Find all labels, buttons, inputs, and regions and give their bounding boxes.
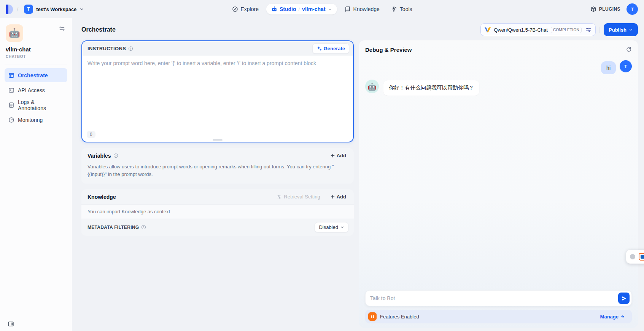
header-divider [599,27,600,33]
book-icon [345,6,351,12]
plus-icon [330,153,335,158]
metadata-filtering-value: Disabled [319,224,338,230]
robot-icon [271,6,277,12]
bot-avatar: 🤖 [365,80,379,93]
manage-label: Manage [600,314,619,320]
manage-features-button[interactable]: Manage [598,313,627,320]
orchestrate-config-column: INSTRUCTIONS ? Generate [81,40,354,331]
knowledge-description: You can import Knowledge as context [81,204,354,219]
hammer-icon [391,6,397,12]
user-message-bubble: hi [601,61,616,74]
main-nav: Explore Studio / vllm-chat Knowledge Too… [228,0,416,18]
sliders-icon [277,194,282,200]
send-button[interactable] [618,293,630,304]
publish-label: Publish [609,27,627,33]
sidebar-collapse-icon[interactable] [7,320,15,328]
sparkles-icon [316,46,322,51]
app-icon[interactable]: 🤖 [6,24,23,42]
generate-label: Generate [324,46,345,51]
model-parameters-icon[interactable] [585,26,592,34]
sidebar-item-label: API Access [18,87,45,93]
drag-dot-icon [630,254,635,259]
instructions-input[interactable] [82,56,353,131]
vllm-logo-icon [485,27,491,32]
help-icon: ? [141,225,146,230]
nav-studio-active[interactable]: Studio / vllm-chat [266,4,337,14]
add-knowledge-label: Add [337,194,346,200]
edge-floating-widget[interactable] [626,250,644,264]
model-mode-badge: COMPLETION [551,27,582,33]
features-bar: Features Enabled Manage [365,310,632,323]
instructions-panel: INSTRUCTIONS ? Generate [81,40,354,142]
retrieval-setting-button[interactable]: Retrieval Setting [277,194,320,200]
add-variable-button[interactable]: Add [328,152,348,159]
workspace-name: test's Workspace [36,6,76,12]
nav-knowledge[interactable]: Knowledge [341,4,383,14]
chevron-down-icon [629,28,633,32]
restart-conversation-icon[interactable] [625,46,633,53]
help-icon: ? [128,46,133,51]
variables-description: Variables allow users to introduce promp… [81,163,354,184]
add-knowledge-button[interactable]: Add [328,193,348,200]
sidebar-item-label: Orchestrate [18,72,48,78]
workspace-switcher[interactable]: T test's Workspace [22,3,86,15]
model-selector[interactable]: Qwen/Qwen1.5-7B-Chat COMPLETION [480,23,596,36]
user-avatar: T [620,60,632,72]
sidebar-item-monitoring[interactable]: Monitoring [5,113,67,127]
generate-button[interactable]: Generate [312,43,349,54]
variables-title: Variables [87,153,111,159]
chevron-down-icon [80,7,84,11]
nav-tools-label: Tools [400,6,412,12]
plugins-button[interactable]: PLUGINS [590,6,620,12]
app-settings-icon[interactable] [58,24,66,33]
app-sidebar: 🤖 vllm-chat CHATBOT Orchestrate API Acce… [0,18,72,331]
breadcrumb-separator: / [17,6,18,13]
app-name: vllm-chat [6,46,66,53]
knowledge-panel: Knowledge Retrieval Setting [81,189,354,236]
arrow-right-icon [620,314,625,319]
nav-tools[interactable]: Tools [387,4,416,14]
debug-preview-panel: Debug & Preview hi T 🤖 你好！有什么问题我可以帮助你吗？ [359,40,638,328]
nav-separator: / [298,6,300,12]
nav-studio-label: Studio [280,6,296,12]
gauge-icon [8,117,14,123]
chevron-down-icon[interactable] [328,7,332,11]
sidebar-item-orchestrate[interactable]: Orchestrate [5,68,67,82]
svg-text:?: ? [130,47,131,50]
workspace-avatar: T [24,5,33,14]
plus-icon [330,194,335,199]
chat-message-assistant: 🤖 你好！有什么问题我可以帮助你吗？ [365,80,632,96]
features-icon [368,312,377,321]
sidebar-item-label: Logs & Annotations [18,99,64,111]
chevron-down-icon [340,225,344,229]
variables-panel: Variables ? Add Variables allow u [81,148,354,184]
orchestrate-icon [8,72,14,78]
document-icon [8,102,14,108]
top-navbar: / T test's Workspace Explore Studio / vl… [0,0,644,18]
help-icon: ? [113,153,118,158]
dify-logo[interactable] [5,5,13,14]
app-type-badge: CHATBOT [6,54,66,59]
send-icon [621,296,627,301]
nav-knowledge-label: Knowledge [353,6,380,12]
box-icon [590,6,596,12]
nav-explore-label: Explore [240,6,258,12]
metadata-filtering-select[interactable]: Disabled [315,222,348,232]
nav-explore[interactable]: Explore [228,4,262,14]
svg-text:?: ? [143,226,145,229]
sidebar-item-label: Monitoring [18,117,43,123]
publish-button[interactable]: Publish [604,23,638,36]
resize-handle[interactable] [213,139,223,141]
main-area: Orchestrate Qwen/Qwen1.5-7B-Chat COMPLET… [72,18,644,331]
add-variable-label: Add [337,153,346,158]
knowledge-title: Knowledge [87,194,116,200]
bot-message-bubble: 你好！有什么问题我可以帮助你吗？ [383,80,479,96]
metadata-filtering-label: METADATA FILTERING [87,225,139,230]
nav-app-name: vllm-chat [302,6,325,12]
account-avatar[interactable]: T [627,3,638,15]
instructions-title: INSTRUCTIONS [87,46,126,51]
sidebar-item-api-access[interactable]: API Access [5,83,67,97]
explore-icon [232,6,238,12]
sidebar-item-logs-annotations[interactable]: Logs & Annotations [5,98,67,112]
chat-input[interactable] [365,290,632,306]
